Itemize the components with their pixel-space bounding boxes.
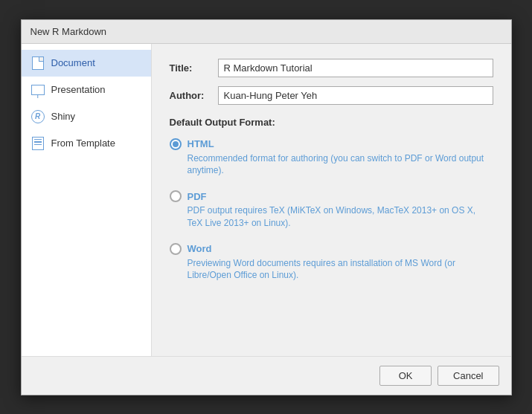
author-input[interactable] [218,86,493,105]
template-icon [31,136,45,151]
sidebar-item-shiny-label: Shiny [51,111,76,122]
dialog-footer: OK Cancel [22,356,511,395]
author-label: Author: [170,90,218,101]
title-input[interactable] [218,59,493,77]
dialog-titlebar: New R Markdown [22,20,511,44]
sidebar-item-presentation[interactable]: Presentation [22,77,151,103]
section-title: Default Output Format: [170,117,493,128]
document-icon [31,56,45,71]
author-row: Author: [170,86,493,105]
format-word-label: Word [188,243,212,254]
dialog-title: New R Markdown [31,26,107,37]
sidebar-item-from-template[interactable]: From Template [22,130,151,157]
format-html-label: HTML [188,138,214,149]
new-rmarkdown-dialog: New R Markdown Document Presentation R [21,19,512,395]
ok-button[interactable]: OK [379,366,432,386]
format-pdf-option: PDF PDF output requires TeX (MiKTeX on W… [170,190,493,230]
format-html-header[interactable]: HTML [170,138,493,150]
format-word-option: Word Previewing Word documents requires … [170,243,493,282]
format-pdf-header[interactable]: PDF [170,190,493,202]
format-word-radio[interactable] [170,243,182,255]
format-html-option: HTML Recommended format for authoring (y… [170,138,493,178]
dialog-body: Document Presentation R Shiny [22,44,511,356]
format-pdf-radio[interactable] [170,190,182,202]
cancel-button[interactable]: Cancel [438,366,499,386]
format-word-description: Previewing Word documents requires an in… [188,257,493,282]
sidebar-item-document-label: Document [51,57,95,68]
format-word-header[interactable]: Word [170,243,493,255]
content-area: Title: Author: Default Output Format: HT… [152,44,511,356]
sidebar-item-document[interactable]: Document [22,50,151,77]
title-label: Title: [170,62,218,74]
format-html-description: Recommended format for authoring (you ca… [188,152,493,178]
format-html-radio[interactable] [170,138,182,150]
format-pdf-description: PDF output requires TeX (MiKTeX on Windo… [188,204,493,230]
sidebar-item-from-template-label: From Template [51,138,115,149]
format-pdf-label: PDF [188,191,207,202]
presentation-icon [31,83,45,97]
sidebar-item-presentation-label: Presentation [51,84,106,95]
shiny-icon: R [31,109,45,124]
format-radio-group: HTML Recommended format for authoring (y… [170,138,493,282]
sidebar-item-shiny[interactable]: R Shiny [22,103,151,130]
title-row: Title: [170,59,493,77]
sidebar: Document Presentation R Shiny [22,44,152,356]
